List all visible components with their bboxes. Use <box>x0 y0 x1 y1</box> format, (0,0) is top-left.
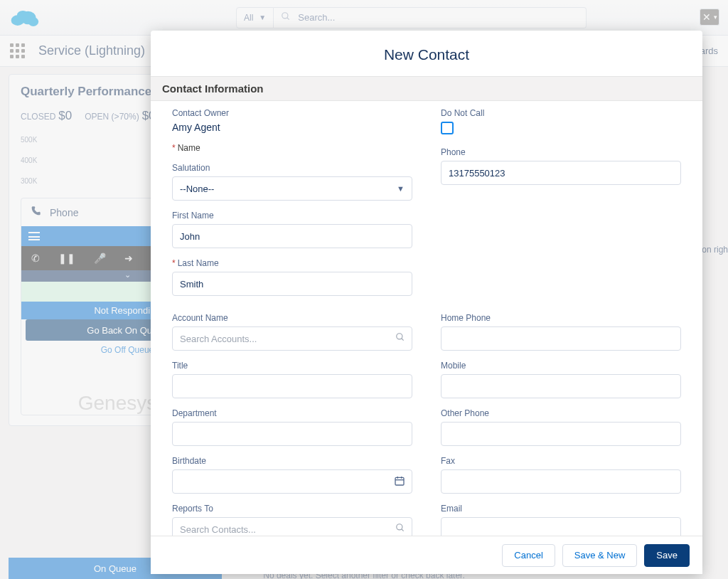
section-contact-information: Contact Information <box>151 76 702 101</box>
title-input[interactable] <box>172 374 412 398</box>
first-name-input[interactable] <box>172 224 412 248</box>
last-name-label: Last Name <box>172 258 412 268</box>
salutation-select[interactable]: --None-- ▼ <box>172 176 412 201</box>
email-label: Email <box>441 504 681 514</box>
modal-title: New Contact <box>151 31 702 76</box>
svg-rect-8 <box>395 477 404 485</box>
department-label: Department <box>172 408 412 418</box>
modal-footer: Cancel Save & New Save <box>151 536 702 574</box>
department-input[interactable] <box>172 422 412 446</box>
email-input[interactable] <box>441 517 681 536</box>
other-phone-input[interactable] <box>441 422 681 446</box>
salutation-label: Salutation <box>172 163 412 173</box>
search-icon <box>395 523 405 535</box>
fax-input[interactable] <box>441 469 681 494</box>
svg-line-7 <box>402 339 404 341</box>
first-name-label: First Name <box>172 211 412 221</box>
search-icon <box>395 332 405 344</box>
svg-line-13 <box>402 529 404 531</box>
svg-point-12 <box>397 524 402 530</box>
save-and-new-button[interactable]: Save & New <box>562 544 638 567</box>
last-name-input[interactable] <box>172 272 412 296</box>
account-name-lookup[interactable] <box>172 326 412 351</box>
other-phone-label: Other Phone <box>441 408 681 418</box>
reports-to-lookup[interactable] <box>172 517 412 536</box>
chevron-down-icon: ▼ <box>397 184 405 193</box>
birthdate-label: Birthdate <box>172 456 412 466</box>
account-name-label: Account Name <box>172 313 412 323</box>
do-not-call-checkbox[interactable] <box>441 122 454 134</box>
fax-label: Fax <box>441 456 681 466</box>
mobile-input[interactable] <box>441 374 681 398</box>
modal-form-body[interactable]: Contact Owner Amy Agent Name Salutation … <box>151 101 702 536</box>
do-not-call-label: Do Not Call <box>441 108 681 118</box>
reports-to-label: Reports To <box>172 504 412 514</box>
phone-label: Phone <box>441 147 681 157</box>
new-contact-modal: New Contact Contact Information Contact … <box>151 31 702 574</box>
title-label: Title <box>172 361 412 371</box>
contact-owner-value: Amy Agent <box>172 122 412 133</box>
calendar-icon[interactable] <box>394 475 405 489</box>
salutation-value: --None-- <box>180 184 214 194</box>
contact-owner-label: Contact Owner <box>172 108 412 118</box>
name-label: Name <box>172 143 412 153</box>
home-phone-label: Home Phone <box>441 313 681 323</box>
cancel-button[interactable]: Cancel <box>502 544 555 567</box>
birthdate-input[interactable] <box>172 469 412 494</box>
home-phone-input[interactable] <box>441 326 681 351</box>
mobile-label: Mobile <box>441 361 681 371</box>
phone-input[interactable] <box>441 161 681 185</box>
save-button[interactable]: Save <box>644 544 690 567</box>
svg-point-6 <box>397 334 402 339</box>
